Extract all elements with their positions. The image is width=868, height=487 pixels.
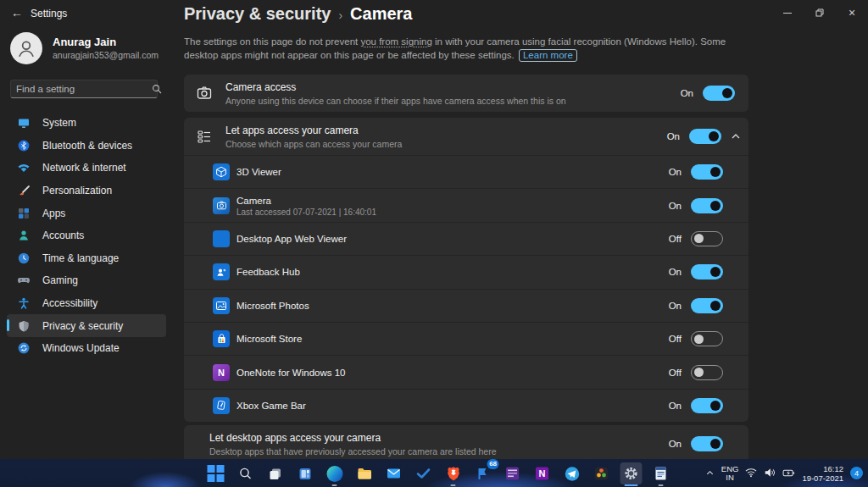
word-document-button[interactable] [650,462,672,484]
app-toggle-xbox-game-bar[interactable] [691,398,723,413]
search-icon [239,467,253,480]
sidebar-item-bluetooth[interactable]: Bluetooth & devices [7,135,166,158]
search-box[interactable] [10,80,158,98]
tray-battery-icon[interactable] [782,466,795,481]
app-toggle-onenote[interactable] [691,365,723,380]
taskbar-search-button[interactable] [235,462,257,484]
tray-chevron-up-icon[interactable] [705,468,715,478]
app-row-microsoft-store[interactable]: Microsoft Store Off [184,322,748,355]
sidebar-item-privacy-security[interactable]: Privacy & security [7,314,166,337]
sidebar-item-network[interactable]: Network & internet [7,157,166,180]
app-toggle-microsoft-photos[interactable] [691,298,723,313]
davinci-resolve-button[interactable] [591,462,613,484]
svg-text:N: N [539,468,546,479]
date-text: 19-07-2021 [802,473,843,483]
avatar[interactable] [10,32,42,64]
minimize-button[interactable] [771,0,804,25]
row-title: Camera access [225,81,566,93]
unread-badge: 68 [487,459,499,469]
user-name: Anurag Jain [53,36,116,48]
app-toggle-desktop-app-web-viewer[interactable] [691,231,723,246]
sidebar-item-accounts[interactable]: Accounts [7,224,166,247]
row-title: Let desktop apps access your camera [209,432,497,444]
clock-icon [17,252,31,265]
notification-count-badge[interactable]: 4 [850,467,863,479]
update-icon [17,341,31,355]
search-input[interactable] [11,84,152,94]
camera-access-row[interactable]: Camera access Anyone using this device c… [184,75,748,112]
minimize-icon [783,13,792,14]
clock[interactable]: 16:12 19-07-2021 [802,464,843,483]
camera-access-toggle[interactable] [703,86,735,101]
chevron-up-icon[interactable] [731,131,741,141]
restore-button[interactable] [804,0,836,25]
microsoft-store-icon [213,330,230,347]
mail-button[interactable] [383,462,405,484]
gear-icon [624,466,639,481]
let-desktop-apps-row[interactable]: Let desktop apps access your camera Desk… [184,425,748,462]
bluetooth-icon [17,139,31,152]
settings-taskbar-button[interactable] [620,462,643,484]
let-desktop-apps-toggle[interactable] [691,436,723,451]
edge-button[interactable] [324,462,346,484]
close-button[interactable]: × [836,0,868,25]
breadcrumb: Privacy & security › Camera [184,4,413,24]
let-apps-row[interactable]: Let apps access your camera Choose which… [184,118,748,155]
app-toggle-feedback-hub[interactable] [691,264,723,279]
sidebar-item-system[interactable]: System [7,112,166,135]
app-row-3d-viewer[interactable]: 3D Viewer On [184,155,748,188]
feedback-hub-icon [213,263,230,280]
telegram-button[interactable] [561,462,583,484]
back-button[interactable]: ← [11,6,23,19]
sidebar-item-personalization[interactable]: Personalization [7,180,166,202]
learn-more-link[interactable]: Learn more [519,49,577,62]
sidebar-item-windows-update[interactable]: Windows Update [7,337,166,360]
app-toggle-camera[interactable] [691,198,723,213]
onenote-button[interactable]: N [531,462,554,484]
app-list-icon [194,126,214,147]
breadcrumb-separator: › [338,8,342,22]
start-button[interactable] [205,462,227,484]
sidebar-item-accessibility[interactable]: Accessibility [7,292,166,315]
app-row-desktop-app-web-viewer[interactable]: Desktop App Web Viewer Off [184,222,748,255]
onenote-icon: N [213,364,230,381]
toggle-state-label: On [667,131,680,141]
sidebar-item-apps[interactable]: Apps [7,202,166,224]
brave-icon [446,466,460,481]
app-toggle-3d-viewer[interactable] [691,164,723,180]
toggle-state-label: On [681,88,693,98]
word-document-icon [654,466,668,481]
tray-volume-icon[interactable] [764,466,776,481]
purple-app-icon [505,466,520,481]
app-row-feedback-hub[interactable]: Feedback Hub On [184,255,748,288]
sidebar-item-gaming[interactable]: Gaming [7,269,166,292]
checkmark-icon [416,466,431,481]
tray-wifi-icon[interactable] [745,466,757,481]
notifications-app-button[interactable]: 68 [472,462,494,484]
file-explorer-button[interactable] [353,462,376,484]
media-app-button[interactable] [502,462,524,484]
app-row-camera[interactable]: CameraLast accessed 07-07-2021 | 16:40:0… [184,188,748,221]
widgets-button[interactable] [294,462,316,484]
app-row-xbox-game-bar[interactable]: Xbox Game Bar On [184,389,748,422]
row-subtitle: Desktop apps that have previously access… [209,446,497,457]
windows-logo-icon [208,465,225,482]
titlebar: ← Settings × [0,0,868,27]
task-view-button[interactable] [264,462,287,484]
app-row-microsoft-photos[interactable]: Microsoft Photos On [184,289,748,322]
let-apps-toggle[interactable] [689,129,721,144]
language-indicator[interactable]: ENG IN [721,465,739,482]
breadcrumb-parent[interactable]: Privacy & security [184,4,331,24]
sidebar: Anurag Jain anuragjain353@gmail.com Syst… [0,27,173,459]
microsoft-photos-icon [213,297,230,314]
row-subtitle: Anyone using this device can choose if t… [225,96,566,106]
accessibility-person-icon [17,296,31,310]
brave-button[interactable] [442,462,465,484]
app-row-onenote[interactable]: N OneNote for Windows 10 Off [184,355,748,388]
app-toggle-microsoft-store[interactable] [691,331,723,346]
sidebar-item-time-language[interactable]: Time & language [7,247,166,270]
page-description: The settings on this page do not prevent… [184,35,754,62]
to-do-button[interactable] [413,462,435,484]
row-title: Let apps access your camera [225,125,402,136]
settings-window: ← Settings × Anurag Jain anuragjain353@g… [0,0,868,487]
